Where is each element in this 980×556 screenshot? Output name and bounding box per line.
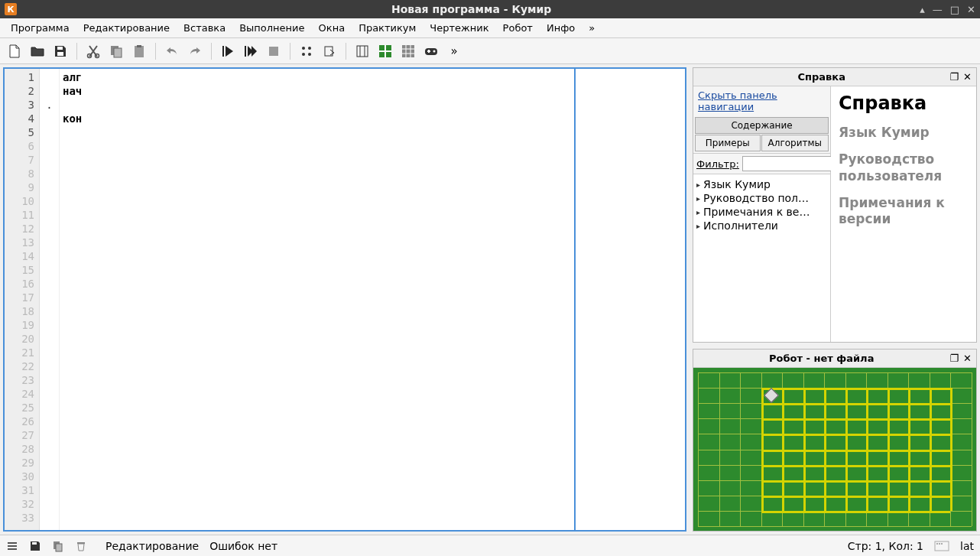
line-number: 10 xyxy=(5,194,39,208)
step-button[interactable] xyxy=(241,41,261,61)
menu-overflow[interactable]: » xyxy=(582,20,601,36)
help-section-manual[interactable]: Руководство пользователя xyxy=(839,151,969,184)
svg-rect-32 xyxy=(8,545,17,547)
svg-rect-27 xyxy=(425,48,437,55)
line-number: 7 xyxy=(5,153,39,167)
svg-rect-34 xyxy=(32,542,37,545)
help-nav: Скрыть панель навигации Содержание Приме… xyxy=(693,86,831,342)
sb-keyboard-icon[interactable] xyxy=(934,541,949,551)
copy-button[interactable] xyxy=(106,41,126,61)
sb-errors: Ошибок нет xyxy=(209,540,277,552)
robot-detach-icon[interactable]: ❐ xyxy=(949,353,959,364)
help-section-lang[interactable]: Язык Кумир xyxy=(839,125,969,141)
menu-run[interactable]: Выполнение xyxy=(233,20,310,36)
svg-rect-9 xyxy=(245,46,246,57)
save-button[interactable] xyxy=(50,41,70,61)
editor-pane: 1234567891011121314151617181920212223242… xyxy=(3,67,686,532)
svg-rect-38 xyxy=(935,541,949,551)
svg-rect-1 xyxy=(57,52,63,56)
window-titlebar: К Новая программа - Кумир ▴ — □ ✕ xyxy=(0,0,980,18)
line-number: 6 xyxy=(5,139,39,153)
line-number: 5 xyxy=(5,125,39,139)
sb-menu-icon[interactable] xyxy=(6,540,18,552)
run-button[interactable] xyxy=(218,41,238,61)
stop-button[interactable] xyxy=(264,41,284,61)
svg-point-11 xyxy=(302,47,305,50)
robot-close-icon[interactable]: ✕ xyxy=(963,353,972,364)
help-detach-icon[interactable]: ❐ xyxy=(949,71,959,83)
svg-rect-39 xyxy=(936,543,938,545)
filter-label: Фильтр: xyxy=(696,158,739,170)
menu-practice[interactable]: Практикум xyxy=(352,20,422,36)
cut-button[interactable] xyxy=(83,41,103,61)
line-number: 4 xyxy=(5,112,39,125)
robot-marker xyxy=(764,388,779,403)
tree-item-manual[interactable]: ▸Руководство пол… xyxy=(695,191,829,205)
menu-robot[interactable]: Робот xyxy=(497,20,539,36)
svg-rect-22 xyxy=(402,45,414,57)
paste-button[interactable] xyxy=(129,41,149,61)
line-number: 28 xyxy=(5,442,39,456)
svg-rect-36 xyxy=(56,544,62,551)
tab-algorithms[interactable]: Алгоритмы xyxy=(761,135,829,151)
hide-nav-link[interactable]: Скрыть панель навигации xyxy=(693,86,830,115)
code-editor[interactable]: алгначкон xyxy=(60,69,574,530)
line-number: 3 xyxy=(5,98,39,112)
menu-edit[interactable]: Редактирование xyxy=(77,20,176,36)
new-file-button[interactable] xyxy=(5,41,24,61)
redo-button[interactable] xyxy=(185,41,205,61)
svg-point-28 xyxy=(433,50,436,52)
statusbar: Редактирование Ошибок нет Стр: 1, Кол: 1… xyxy=(0,535,980,556)
sb-copy-icon[interactable] xyxy=(52,540,64,552)
sb-trash-icon[interactable] xyxy=(75,540,87,552)
menu-drawer[interactable]: Чертежник xyxy=(423,20,495,36)
sb-save-icon[interactable] xyxy=(29,540,41,552)
robot-panel-title: Робот - нет файла xyxy=(698,353,945,364)
help-panel: Справка ❐ ✕ Скрыть панель навигации Соде… xyxy=(693,67,977,343)
open-file-button[interactable] xyxy=(28,41,47,61)
svg-rect-33 xyxy=(8,548,17,550)
tool-layout1-icon[interactable] xyxy=(352,41,372,61)
svg-rect-8 xyxy=(222,46,224,57)
right-panels: Справка ❐ ✕ Скрыть панель навигации Соде… xyxy=(693,67,977,532)
svg-point-12 xyxy=(308,47,311,50)
tool-game-icon[interactable] xyxy=(421,41,441,61)
tool-insert-icon[interactable] xyxy=(320,41,339,61)
menubar: Программа Редактирование Вставка Выполне… xyxy=(0,18,980,38)
tree-item-lang[interactable]: ▸Язык Кумир xyxy=(695,177,829,191)
sb-lang[interactable]: lat xyxy=(960,540,974,552)
tree-item-notes[interactable]: ▸Примечания к ве… xyxy=(695,205,829,219)
line-number: 15 xyxy=(5,263,39,277)
menu-info[interactable]: Инфо xyxy=(540,20,581,36)
line-number: 20 xyxy=(5,332,39,346)
window-title: Новая программа - Кумир xyxy=(23,3,920,15)
help-content-title: Справка xyxy=(839,93,969,114)
tab-examples[interactable]: Примеры xyxy=(695,135,761,151)
window-maximize-icon[interactable]: □ xyxy=(950,4,959,15)
tool-layout2-icon[interactable] xyxy=(375,41,395,61)
menu-insert[interactable]: Вставка xyxy=(177,20,232,36)
tree-item-performers[interactable]: ▸Исполнители xyxy=(695,219,829,232)
line-number: 9 xyxy=(5,180,39,194)
line-number: 23 xyxy=(5,373,39,387)
tab-contents[interactable]: Содержание xyxy=(695,117,829,134)
app-icon: К xyxy=(5,3,17,15)
window-minimize-icon[interactable]: — xyxy=(933,4,943,15)
help-panel-title: Справка xyxy=(698,71,945,83)
menu-program[interactable]: Программа xyxy=(5,20,76,36)
toolbar-overflow[interactable]: » xyxy=(444,41,464,61)
line-number: 31 xyxy=(5,483,39,497)
window-up-icon[interactable]: ▴ xyxy=(920,4,925,15)
robot-panel: Робот - нет файла ❐ ✕ xyxy=(693,349,977,532)
line-number: 8 xyxy=(5,167,39,180)
robot-field[interactable] xyxy=(693,368,976,531)
svg-rect-6 xyxy=(135,46,144,57)
tool-grid-icon[interactable] xyxy=(398,41,418,61)
help-close-icon[interactable]: ✕ xyxy=(963,71,972,83)
window-close-icon[interactable]: ✕ xyxy=(967,4,975,15)
line-number: 29 xyxy=(5,456,39,470)
help-section-notes[interactable]: Примечания к версии xyxy=(839,195,969,228)
menu-windows[interactable]: Окна xyxy=(313,20,352,36)
undo-button[interactable] xyxy=(162,41,182,61)
tool-dots-icon[interactable] xyxy=(297,41,316,61)
